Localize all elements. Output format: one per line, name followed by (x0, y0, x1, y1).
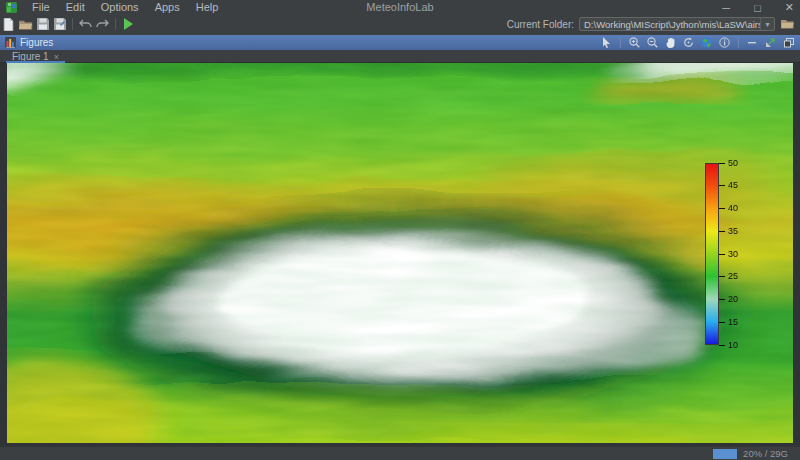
menu-file[interactable]: File (24, 0, 58, 15)
tab-close-icon[interactable]: × (54, 52, 59, 62)
figures-toolbar (600, 35, 795, 50)
main-toolbar: Current Folder: D:\Working\MIScript\Jyth… (0, 15, 800, 33)
folder-browse-icon[interactable] (778, 17, 796, 31)
figures-toolbar-separator (738, 38, 739, 48)
app-logo-icon (6, 2, 17, 13)
title-menu-bar: File Edit Options Apps Help MeteoInfoLab… (0, 0, 800, 15)
figures-panel-title: Figures (20, 37, 53, 48)
memory-indicator[interactable] (713, 449, 737, 459)
menu-apps[interactable]: Apps (147, 0, 188, 15)
colorbar-tick: 50 (719, 159, 738, 168)
minimize-window-button[interactable]: ─ (722, 2, 730, 14)
colorbar-legend: 50 45 40 35 30 25 20 15 (705, 163, 765, 345)
colorbar-tick: 30 (719, 250, 738, 259)
figures-toolbar-separator (620, 38, 621, 48)
figures-panel-icon (5, 37, 16, 48)
minimize-panel-icon[interactable] (746, 36, 759, 49)
meteoinfolab-window: File Edit Options Apps Help MeteoInfoLab… (0, 0, 800, 460)
colorbar-tick: 35 (719, 227, 738, 236)
current-folder-value[interactable]: D:\Working\MIScript\Jython\mis\LaSW\airs… (580, 19, 760, 30)
rotate-icon[interactable] (682, 36, 695, 49)
run-script-icon[interactable] (120, 16, 137, 32)
save-icon[interactable] (34, 16, 51, 32)
maximize-window-button[interactable]: □ (754, 2, 761, 14)
volume-plot-3d[interactable]: 50 45 40 35 30 25 20 15 (7, 63, 793, 443)
identify-icon[interactable] (718, 36, 731, 49)
current-folder-group: Current Folder: D:\Working\MIScript\Jyth… (507, 16, 796, 32)
colorbar-tick: 15 (719, 318, 738, 327)
restore-panel-icon[interactable] (782, 36, 795, 49)
figure-tab-bar: Figure 1 × (0, 50, 800, 63)
open-file-icon[interactable] (17, 16, 34, 32)
redo-icon[interactable] (94, 16, 111, 32)
toolbar-separator (115, 18, 116, 30)
chevron-down-icon[interactable]: ▾ (760, 18, 774, 30)
new-file-icon[interactable] (0, 16, 17, 32)
colorbar-tick: 40 (719, 204, 738, 213)
zoom-in-icon[interactable] (628, 36, 641, 49)
current-folder-label: Current Folder: (507, 19, 574, 30)
menu-help[interactable]: Help (188, 0, 227, 15)
select-cursor-icon[interactable] (600, 36, 613, 49)
memory-usage-text: 20% / 29G (743, 448, 788, 459)
save-as-icon[interactable] (51, 16, 68, 32)
undo-icon[interactable] (77, 16, 94, 32)
status-bar: 20% / 29G (0, 446, 800, 460)
menu-options[interactable]: Options (93, 0, 147, 15)
toolbar-separator (72, 18, 73, 30)
close-window-button[interactable]: ✕ (785, 1, 794, 14)
volume-render-surface (7, 63, 793, 443)
figures-panel-header[interactable]: Figures (0, 35, 800, 50)
globe-icon[interactable] (700, 36, 713, 49)
pan-hand-icon[interactable] (664, 36, 677, 49)
colorbar-gradient (705, 163, 719, 345)
colorbar-tick: 20 (719, 295, 738, 304)
colorbar-tick: 25 (719, 272, 738, 281)
colorbar-tick: 45 (719, 181, 738, 190)
tab-figure-1[interactable]: Figure 1 × (6, 50, 65, 63)
current-folder-combobox[interactable]: D:\Working\MIScript\Jython\mis\LaSW\airs… (579, 17, 775, 31)
figure-canvas-area: 50 45 40 35 30 25 20 15 (0, 63, 800, 446)
float-panel-icon[interactable] (764, 36, 777, 49)
menu-edit[interactable]: Edit (58, 0, 93, 15)
zoom-out-icon[interactable] (646, 36, 659, 49)
colorbar-tick: 10 (719, 341, 738, 350)
colorbar-ticks: 50 45 40 35 30 25 20 15 (719, 159, 738, 350)
